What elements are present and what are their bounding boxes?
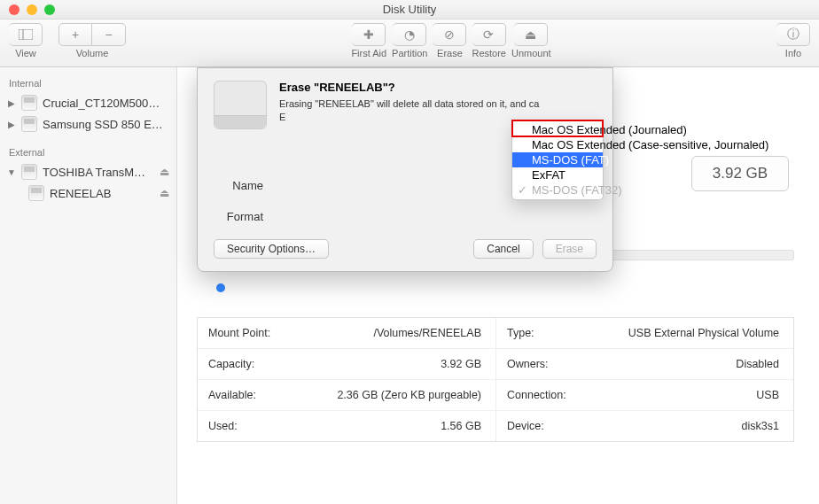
unmount-label: Unmount (511, 48, 551, 58)
info-val: 2.36 GB (Zero KB purgeable) (286, 380, 495, 410)
format-option-label: MS-DOS (FAT32) (532, 183, 622, 197)
info-val: 3.92 GB (286, 349, 495, 379)
erase-confirm-button[interactable]: Erase (542, 239, 597, 259)
format-option-fat32[interactable]: ✓MS-DOS (FAT32) (512, 182, 603, 198)
disclosure-icon[interactable]: ▶ (7, 120, 16, 129)
info-val: disk3s1 (585, 411, 793, 441)
sidebar-icon (19, 29, 33, 40)
restore-button[interactable]: ⟳ (472, 23, 506, 46)
info-key: Owners: (496, 349, 585, 379)
info-val: /Volumes/RENEELAB (286, 318, 495, 348)
info-key: Type: (496, 318, 585, 348)
erase-button[interactable]: ⊘ (433, 23, 466, 46)
info-val: 1.56 GB (286, 411, 495, 441)
sidebar-item-label: Crucial_CT120M500… (43, 97, 169, 110)
name-label: Name (214, 179, 263, 192)
eject-icon[interactable]: ⏏ (160, 166, 169, 178)
info-key: Device: (496, 411, 585, 441)
firstaid-icon: ✚ (363, 27, 374, 42)
sheet-title: Erase "RENEELAB"? (279, 81, 539, 94)
info-key: Capacity: (198, 349, 286, 379)
sheet-disk-icon (214, 81, 267, 129)
disk-icon (21, 164, 37, 180)
info-table: Mount Point:/Volumes/RENEELAB Type:USB E… (197, 317, 794, 442)
legend-dot (216, 283, 225, 292)
erase-icon: ⊘ (444, 27, 455, 42)
volume-remove-button[interactable]: − (92, 23, 126, 46)
info-icon: ⓘ (787, 27, 800, 43)
info-val: USB External Physical Volume (585, 318, 793, 348)
info-val: Disabled (585, 349, 793, 379)
erase-sheet: Erase "RENEELAB"? Erasing "RENEELAB" wil… (197, 67, 613, 272)
sidebar-item-reneelab[interactable]: RENEELAB ⏏ (0, 182, 176, 204)
check-icon: ✓ (518, 183, 527, 197)
unmount-button[interactable]: ⏏ (514, 23, 548, 46)
sidebar-item-samsung[interactable]: ▶ Samsung SSD 850 E… (0, 113, 176, 135)
sidebar-item-label: TOSHIBA TransM… (43, 166, 154, 179)
toolbar: View + − Volume ✚First Aid ◔Partition ⊘E… (0, 19, 819, 67)
sidebar-item-toshiba[interactable]: ▼ TOSHIBA TransM… ⏏ (0, 161, 176, 182)
titlebar: Disk Utility (0, 0, 819, 19)
info-key: Used: (198, 411, 286, 441)
view-button[interactable] (9, 23, 43, 46)
format-dropdown[interactable]: Mac OS Extended (Journaled) Mac OS Exten… (511, 120, 604, 200)
cancel-button[interactable]: Cancel (473, 239, 533, 259)
format-option-journaled[interactable]: Mac OS Extended (Journaled) (512, 122, 603, 137)
eject-icon[interactable]: ⏏ (160, 187, 169, 199)
sidebar-item-label: Samsung SSD 850 E… (43, 118, 169, 131)
firstaid-button[interactable]: ✚ (352, 23, 386, 46)
capacity-box: 3.92 GB (691, 156, 789, 191)
svg-rect-0 (19, 29, 33, 40)
window-title: Disk Utility (0, 3, 819, 16)
partition-button[interactable]: ◔ (393, 23, 426, 46)
info-val: USB (585, 380, 793, 410)
sidebar-item-label: RENEELAB (50, 187, 154, 200)
restore-icon: ⟳ (483, 27, 494, 42)
disk-icon (28, 185, 44, 201)
eject-icon: ⏏ (525, 27, 536, 42)
format-label: Format (214, 210, 263, 223)
disclosure-icon[interactable]: ▼ (7, 167, 16, 177)
format-option-exfat[interactable]: ExFAT (512, 167, 603, 182)
erase-label: Erase (437, 48, 463, 58)
partition-icon: ◔ (404, 27, 415, 42)
sidebar-item-crucial[interactable]: ▶ Crucial_CT120M500… (0, 92, 176, 113)
info-key: Connection: (496, 380, 585, 410)
disk-icon (21, 116, 37, 132)
capacity-value: 3.92 GB (713, 165, 768, 182)
restore-label: Restore (472, 48, 506, 58)
info-key: Available: (198, 380, 286, 410)
disclosure-icon[interactable]: ▶ (7, 98, 16, 108)
sheet-desc: Erasing "RENEELAB" will delete all data … (279, 97, 539, 111)
info-key: Mount Point: (198, 318, 286, 348)
sidebar: Internal ▶ Crucial_CT120M500… ▶ Samsung … (0, 67, 177, 504)
disk-icon (21, 95, 37, 111)
volume-add-button[interactable]: + (58, 23, 92, 46)
format-option-msdos-fat[interactable]: MS-DOS (FAT) (512, 152, 603, 167)
firstaid-label: First Aid (351, 48, 386, 58)
sidebar-heading-external: External (0, 143, 176, 161)
sheet-desc-line2: E (279, 111, 539, 124)
info-button[interactable]: ⓘ (776, 23, 810, 46)
format-option-case-sensitive[interactable]: Mac OS Extended (Case-sensitive, Journal… (512, 137, 603, 152)
info-label: Info (785, 48, 801, 58)
partition-label: Partition (392, 48, 427, 58)
sidebar-heading-internal: Internal (0, 74, 176, 92)
view-label: View (15, 48, 36, 58)
volume-label: Volume (76, 48, 109, 58)
security-options-button[interactable]: Security Options… (214, 239, 329, 259)
